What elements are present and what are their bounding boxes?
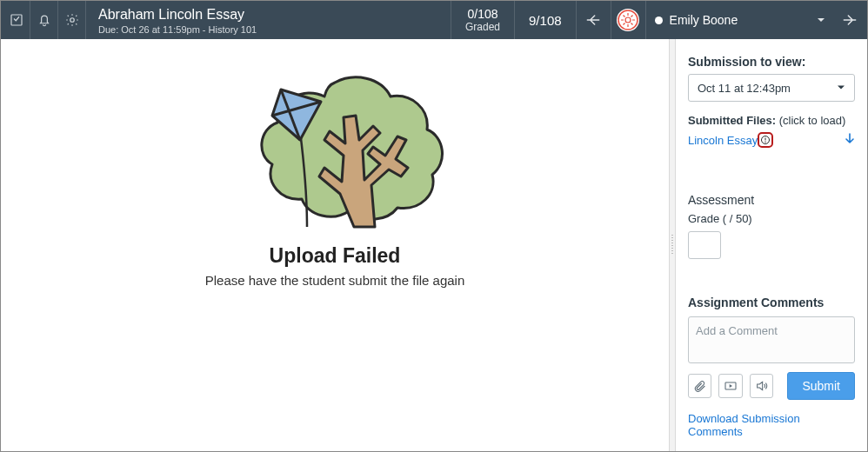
submission-to-view-label: Submission to view: — [688, 55, 855, 69]
panel-splitter[interactable] — [669, 39, 676, 451]
submitted-file-row: Lincoln Essay — [688, 132, 855, 148]
submitted-file-link[interactable]: Lincoln Essay — [688, 132, 773, 148]
svg-point-1 — [70, 18, 74, 23]
speedgrader-app: Abraham Lincoln Essay Due: Oct 26 at 11:… — [0, 0, 868, 452]
speech-comment-button[interactable] — [750, 374, 773, 398]
main-panel: Upload Failed Please have the student su… — [1, 39, 669, 451]
comments-heading: Assignment Comments — [688, 296, 855, 309]
notifications-icon[interactable] — [30, 1, 58, 39]
download-comments-link[interactable]: Download Submission Comments — [688, 412, 855, 438]
grade-input[interactable] — [688, 231, 721, 259]
gradebook-icon[interactable] — [3, 1, 30, 39]
upload-failed-title: Upload Failed — [270, 244, 401, 268]
assessment-heading: Assessment — [688, 193, 855, 207]
assignment-title-block: Abraham Lincoln Essay Due: Oct 26 at 11:… — [86, 1, 451, 39]
submitted-files-label: Submitted Files: (click to load) — [688, 114, 855, 127]
status-dot-icon — [655, 17, 663, 24]
assignment-title: Abraham Lincoln Essay — [98, 7, 438, 23]
submission-select[interactable]: Oct 11 at 12:43pm — [688, 74, 855, 102]
graded-count: 0/108 Graded — [451, 1, 515, 39]
comment-textarea[interactable] — [688, 316, 855, 363]
attach-file-button[interactable] — [688, 374, 711, 398]
media-comment-button[interactable] — [718, 374, 742, 398]
upload-failed-message: Please have the student submit the file … — [205, 273, 465, 288]
student-avatar[interactable] — [611, 1, 646, 39]
student-dropdown-button[interactable] — [810, 1, 832, 39]
body: Upload Failed Please have the student su… — [1, 39, 867, 451]
sidebar: Submission to view: Oct 11 at 12:43pm Su… — [676, 39, 867, 451]
comment-actions: Submit — [688, 372, 855, 400]
prev-student-button[interactable] — [577, 1, 611, 39]
upload-failed-illustration — [204, 63, 465, 229]
svg-point-6 — [765, 142, 766, 143]
next-student-button[interactable] — [832, 1, 867, 39]
student-paging: 9/108 — [515, 1, 577, 39]
file-warning-icon — [758, 132, 773, 148]
student-name-selector[interactable]: Emily Boone — [646, 1, 810, 39]
top-bar: Abraham Lincoln Essay Due: Oct 26 at 11:… — [1, 1, 867, 39]
submit-comment-button[interactable]: Submit — [787, 372, 855, 400]
chevron-down-icon — [837, 82, 845, 95]
grade-label: Grade ( / 50) — [688, 212, 855, 225]
download-file-icon[interactable] — [845, 133, 855, 148]
assignment-due: Due: Oct 26 at 11:59pm - History 101 — [98, 24, 438, 35]
settings-icon[interactable] — [58, 1, 86, 39]
